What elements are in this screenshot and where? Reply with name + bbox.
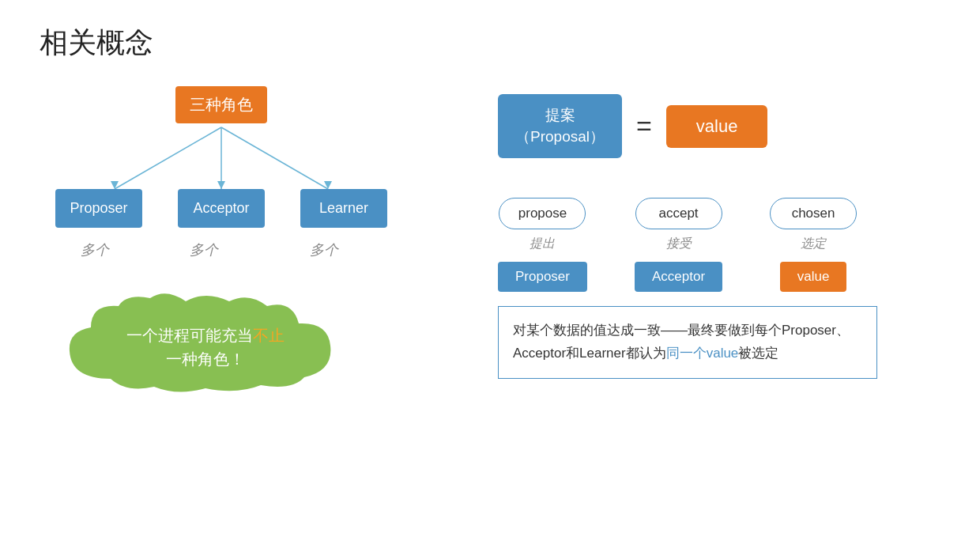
tree-child-acceptor: Acceptor [178, 189, 265, 228]
value-box: value [666, 105, 768, 148]
tree-diagram: 三种角色 Proposer Acceptor Learner 多个 多 [55, 86, 387, 276]
proposer-actor: Proposer [498, 262, 587, 292]
action-propose: propose 提出 Proposer [498, 198, 587, 292]
actions-row: propose 提出 Proposer accept 接受 Acceptor c… [498, 198, 940, 292]
info-text-after: 被选定 [738, 346, 778, 361]
tree-root-node: 三种角色 [175, 86, 267, 123]
learner-sub-label: 多个 [310, 240, 338, 259]
tree-children: Proposer Acceptor Learner [55, 189, 387, 228]
info-highlight: 同一个value [666, 346, 739, 361]
equals-sign: = [636, 111, 652, 142]
page-title: 相关概念 [40, 24, 940, 62]
tree-child-proposer: Proposer [55, 189, 142, 228]
accept-label: 接受 [666, 236, 692, 252]
propose-oval: propose [499, 198, 586, 229]
proposal-row: 提案 （Proposal） = value [498, 94, 940, 158]
chosen-label: 选定 [801, 236, 826, 252]
left-panel: 三种角色 Proposer Acceptor Learner 多个 多 [40, 86, 474, 403]
chosen-oval: chosen [770, 198, 857, 229]
acceptor-sub-label: 多个 [190, 240, 218, 259]
propose-label: 提出 [530, 236, 555, 252]
svg-marker-5 [324, 181, 332, 189]
cloud-text: 一个进程可能充当不止 一种角色！ [126, 323, 285, 371]
proposer-sub-label: 多个 [81, 240, 109, 259]
svg-marker-4 [217, 181, 225, 189]
proposal-box: 提案 （Proposal） [498, 94, 622, 158]
actions-section: propose 提出 Proposer accept 接受 Acceptor c… [498, 198, 940, 292]
action-chosen: chosen 选定 value [770, 198, 857, 292]
info-box: 对某个数据的值达成一致——最终要做到每个Proposer、Acceptor和Le… [498, 306, 877, 379]
svg-line-2 [221, 127, 328, 189]
svg-line-0 [115, 127, 221, 189]
cloud-shape: 一个进程可能充当不止 一种角色！ [47, 292, 364, 403]
page-container: 相关概念 [0, 0, 980, 552]
action-accept: accept 接受 Acceptor [635, 198, 722, 292]
value-actor: value [780, 262, 847, 292]
tree-child-learner: Learner [300, 189, 387, 228]
content-area: 三种角色 Proposer Acceptor Learner 多个 多 [40, 86, 940, 403]
right-panel: 提案 （Proposal） = value propose 提出 Propose… [474, 86, 940, 403]
accept-oval: accept [635, 198, 722, 229]
svg-marker-3 [111, 181, 119, 189]
acceptor-actor: Acceptor [635, 262, 722, 292]
